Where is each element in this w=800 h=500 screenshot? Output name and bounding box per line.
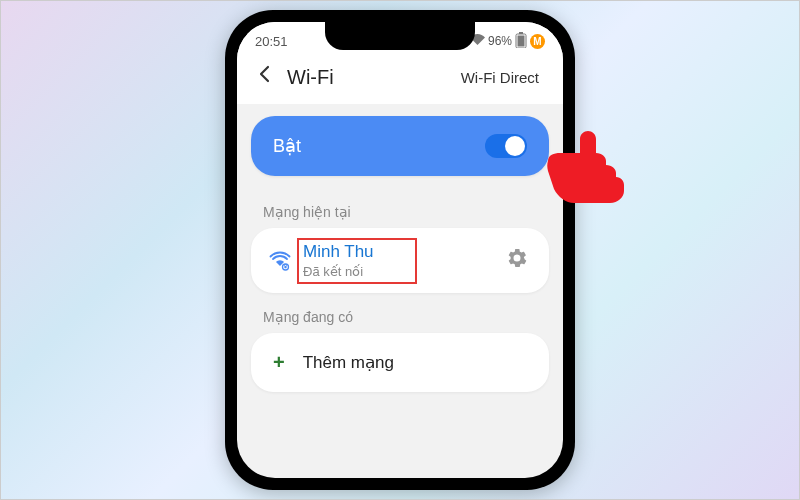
profile-badge: M [530, 34, 545, 49]
network-status: Đã kết nối [303, 264, 491, 279]
switch-knob [505, 136, 525, 156]
add-network-label: Thêm mạng [303, 352, 394, 373]
svg-rect-1 [519, 32, 523, 34]
add-network-card[interactable]: + Thêm mạng [251, 333, 549, 392]
battery-text: 96% [488, 34, 512, 48]
phone-screen: 20:51 96% M Wi-Fi Wi-Fi Direct [237, 22, 563, 478]
current-network-card[interactable]: Minh Thu Đã kết nối [251, 228, 549, 293]
svg-rect-4 [284, 266, 286, 268]
wifi-toggle-label: Bật [273, 135, 301, 157]
svg-rect-2 [518, 35, 525, 46]
gear-icon[interactable] [503, 248, 531, 273]
wifi-toggle-card[interactable]: Bật [251, 116, 549, 176]
current-network-section-label: Mạng hiện tại [237, 188, 563, 228]
screen-header: Wi-Fi Wi-Fi Direct [237, 54, 563, 104]
battery-icon [515, 32, 527, 51]
wifi-switch[interactable] [485, 134, 527, 158]
status-time: 20:51 [255, 34, 288, 49]
network-info: Minh Thu Đã kết nối [303, 242, 491, 279]
page-title: Wi-Fi [287, 66, 449, 89]
phone-notch [325, 22, 475, 50]
network-name: Minh Thu [303, 242, 491, 262]
annotation-pointing-hand [546, 131, 626, 207]
wifi-icon [269, 251, 291, 271]
wifi-direct-button[interactable]: Wi-Fi Direct [461, 69, 539, 86]
plus-icon: + [273, 351, 285, 374]
phone-frame: 20:51 96% M Wi-Fi Wi-Fi Direct [225, 10, 575, 490]
available-network-section-label: Mạng đang có [237, 293, 563, 333]
back-icon[interactable] [255, 64, 275, 90]
